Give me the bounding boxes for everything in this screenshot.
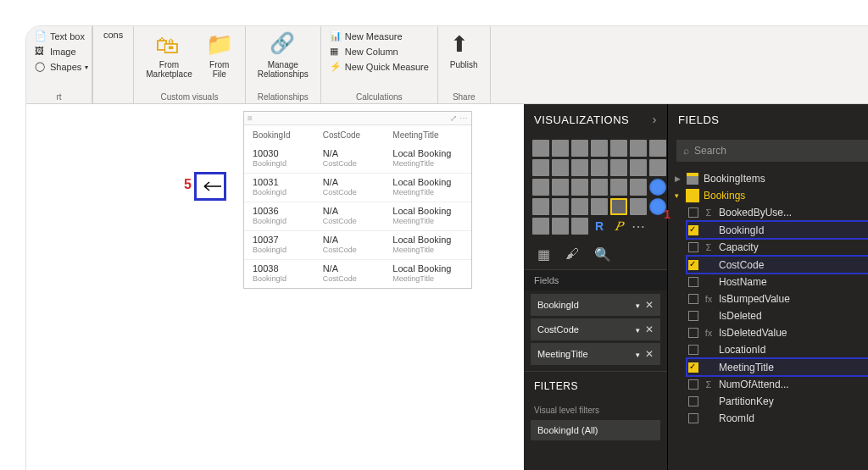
- checkbox[interactable]: [688, 362, 698, 373]
- viz-type[interactable]: [630, 159, 647, 176]
- viz-type[interactable]: [591, 198, 608, 215]
- viz-type[interactable]: [532, 198, 549, 215]
- ribbon-group-label: Custom visuals: [141, 91, 237, 102]
- checkbox[interactable]: [688, 225, 698, 235]
- publish-button[interactable]: ⬆ Publish: [445, 30, 483, 71]
- viz-type[interactable]: [571, 198, 588, 215]
- visualizations-panel: VISUALIZATIONS › R𝑃⋯ 1 ▦ 🖌 🔍: [524, 104, 668, 470]
- table-column-header: BookingId: [253, 130, 323, 140]
- checkbox[interactable]: [688, 396, 698, 406]
- visualization-gallery: R𝑃⋯ 1: [524, 135, 667, 240]
- new-quick-measure-button[interactable]: ⚡New Quick Measure: [328, 60, 431, 74]
- checkbox[interactable]: [688, 277, 698, 287]
- field-item[interactable]: ΣBookedByUse...: [687, 204, 868, 221]
- field-item[interactable]: IsDeleted: [687, 307, 868, 324]
- viz-type[interactable]: [552, 179, 569, 196]
- viz-type[interactable]: [571, 179, 588, 196]
- field-item[interactable]: ΣNumOfAttend...: [687, 376, 868, 393]
- field-well-item[interactable]: BookingId▾✕: [531, 294, 660, 316]
- table-node-bookingitems[interactable]: ▶ BookingItems: [673, 170, 868, 187]
- field-item[interactable]: PartitionKey: [687, 393, 868, 410]
- report-canvas[interactable]: ≡ ⤢ ⋯ BookingId CostCode MeetingTitle 10…: [26, 104, 524, 470]
- quick-measure-icon: ⚡: [330, 61, 342, 73]
- search-input[interactable]: ⌕ Search: [676, 140, 868, 162]
- viz-type[interactable]: [610, 159, 627, 176]
- viz-type[interactable]: [610, 179, 627, 196]
- visual-more-icon[interactable]: ⤢ ⋯: [450, 113, 468, 123]
- viz-type[interactable]: [571, 159, 588, 176]
- viz-type[interactable]: [630, 198, 647, 215]
- checkbox[interactable]: [688, 328, 698, 338]
- checkbox[interactable]: [688, 260, 698, 270]
- checkbox[interactable]: [688, 379, 698, 390]
- image-button[interactable]: 🖼Image: [33, 45, 90, 58]
- field-item[interactable]: BookingId2: [687, 221, 868, 239]
- annotation-1: 1: [664, 207, 670, 221]
- ribbon-group-label: Share: [445, 91, 483, 102]
- viz-type[interactable]: [552, 159, 569, 176]
- checkbox[interactable]: [688, 311, 698, 321]
- field-item[interactable]: ΣCapacity: [687, 239, 868, 256]
- checkbox[interactable]: [688, 294, 698, 304]
- viz-type[interactable]: [649, 140, 666, 157]
- field-item[interactable]: MeetingTitle4: [687, 358, 868, 376]
- viz-type[interactable]: [591, 159, 608, 176]
- textbox-button[interactable]: 📄Text box: [33, 30, 90, 43]
- from-marketplace-button[interactable]: 🛍 From Marketplace: [141, 30, 197, 80]
- viz-type[interactable]: [571, 218, 588, 235]
- viz-type[interactable]: [591, 140, 608, 157]
- search-icon: ⌕: [683, 145, 689, 157]
- checkbox[interactable]: [688, 242, 698, 252]
- table-node-bookings[interactable]: ▾ Bookings: [673, 187, 868, 204]
- collapse-icon[interactable]: ›: [653, 113, 657, 126]
- viz-type[interactable]: [591, 179, 608, 196]
- field-type-icon: fx: [704, 328, 714, 338]
- visual-drag-icon[interactable]: ≡: [248, 113, 253, 123]
- viz-type[interactable]: ⋯: [630, 218, 647, 235]
- remove-icon[interactable]: ✕: [645, 299, 654, 311]
- field-item[interactable]: RoomId: [687, 410, 868, 427]
- viz-type[interactable]: [552, 218, 569, 235]
- viz-type[interactable]: [532, 140, 549, 157]
- analytics-tab-icon[interactable]: 🔍: [594, 246, 611, 263]
- viz-type-r[interactable]: R: [591, 218, 608, 235]
- viz-type[interactable]: [630, 140, 647, 157]
- viz-type[interactable]: [532, 159, 549, 176]
- viz-type[interactable]: [649, 159, 666, 176]
- viz-type-py[interactable]: 𝑃: [610, 218, 627, 235]
- viz-type-table[interactable]: [610, 198, 627, 215]
- field-item[interactable]: CostCode3: [687, 256, 868, 274]
- viz-type[interactable]: [571, 140, 588, 157]
- field-well-item[interactable]: CostCode▾✕: [531, 318, 660, 340]
- field-item[interactable]: LocationId: [687, 341, 868, 358]
- manage-relationships-button[interactable]: 🔗 Manage Relationships: [253, 30, 314, 80]
- field-item[interactable]: HostName: [687, 274, 868, 290]
- checkbox[interactable]: [688, 345, 698, 355]
- viz-type[interactable]: [532, 179, 549, 196]
- field-well-item[interactable]: MeetingTitle▾✕: [531, 343, 660, 365]
- table-column-header: MeetingTitle: [392, 130, 463, 140]
- field-type-icon: fx: [704, 294, 714, 304]
- viz-type[interactable]: [532, 218, 549, 235]
- shapes-button[interactable]: ◯Shapes▾: [33, 60, 90, 74]
- new-column-button[interactable]: ▦New Column: [328, 45, 431, 58]
- remove-icon[interactable]: ✕: [645, 323, 654, 335]
- viz-type[interactable]: [552, 198, 569, 215]
- field-item[interactable]: fxIsDeletedValue: [687, 324, 868, 341]
- viz-type[interactable]: [552, 140, 569, 157]
- publish-icon: ⬆: [450, 31, 477, 58]
- viz-type[interactable]: [610, 140, 627, 157]
- table-visual[interactable]: ≡ ⤢ ⋯ BookingId CostCode MeetingTitle 10…: [243, 111, 472, 289]
- fields-tab-icon[interactable]: ▦: [537, 246, 550, 263]
- checkbox[interactable]: [688, 207, 698, 218]
- filter-item[interactable]: BookingId (All): [531, 420, 660, 440]
- viz-type-globe[interactable]: [649, 179, 666, 196]
- new-measure-button[interactable]: 📊New Measure: [328, 30, 431, 43]
- viz-type[interactable]: [630, 179, 647, 196]
- field-item[interactable]: fxIsBumpedValue: [687, 290, 868, 307]
- format-tab-icon[interactable]: 🖌: [565, 246, 579, 263]
- checkbox[interactable]: [688, 413, 698, 423]
- image-icon: 🖼: [35, 46, 47, 58]
- remove-icon[interactable]: ✕: [645, 348, 654, 360]
- from-file-button[interactable]: 📁 From File: [201, 30, 238, 80]
